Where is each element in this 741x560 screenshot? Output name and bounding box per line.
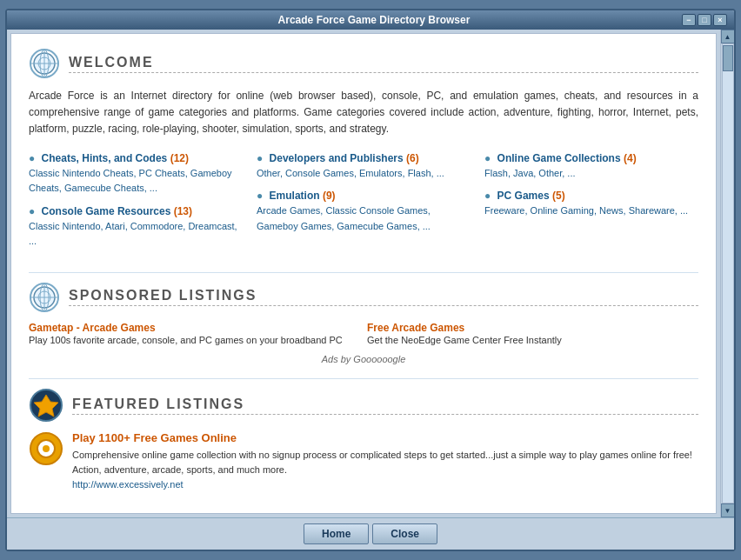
sponsored-desc-1: Play 100s favorite arcade, console, and … [29, 334, 360, 347]
console-count: (13) [174, 205, 192, 217]
scroll-up-button[interactable]: ▲ [721, 30, 735, 43]
bullet-icon: ● [29, 205, 35, 217]
minimize-button[interactable]: − [682, 14, 696, 26]
category-developers: ● Developers and Publishers (6) Other, C… [257, 152, 471, 182]
divider-1 [29, 272, 698, 273]
bullet-icon: ● [484, 152, 491, 164]
featured-listing-desc: Comprehensive online game collection wit… [72, 448, 698, 477]
sponsored-grid: Gametap - Arcade Games Play 100s favorit… [29, 322, 698, 347]
sponsored-desc-2: Get the NeoEdge Game Center Free Instant… [367, 334, 698, 347]
title-bar-buttons: − □ × [682, 14, 727, 26]
pc-games-sub: Freeware, Online Gaming, News, Shareware… [484, 203, 698, 219]
main-window: Arcade Force Game Directory Browser − □ … [5, 9, 736, 551]
bullet-icon: ● [257, 152, 263, 164]
bullet-icon: ● [29, 152, 35, 164]
home-button[interactable]: Home [304, 523, 369, 544]
category-emulation: ● Emulation (9) Arcade Games, Classic Co… [257, 190, 471, 234]
scroll-down-button[interactable]: ▼ [721, 503, 735, 517]
main-content-area: WELCOME Arcade Force is an Internet dire… [10, 33, 717, 514]
sponsored-item-2: Free Arcade Games Get the NeoEdge Game C… [367, 322, 698, 347]
emulation-link[interactable]: Emulation [270, 190, 320, 202]
scroll-thumb[interactable] [723, 45, 733, 71]
window-title: Arcade Force Game Directory Browser [278, 14, 471, 26]
scroll-track[interactable] [722, 43, 734, 503]
console-sub: Classic Nintendo, Atari, Commodore, Drea… [29, 219, 243, 250]
emulation-sub: Arcade Games, Classic Console Games, Gam… [257, 203, 471, 234]
featured-listing-url: http://www.excessively.net [72, 479, 698, 490]
bottom-bar: Home Close [7, 517, 734, 550]
ads-by-label: Ads by Goooooogle [29, 354, 698, 364]
welcome-description: Arcade Force is an Internet directory fo… [29, 88, 698, 138]
welcome-header: WELCOME [29, 48, 698, 79]
divider-2 [29, 378, 698, 379]
featured-title: FEATURED LISTINGS [72, 397, 698, 415]
console-link[interactable]: Console Game Resources [42, 205, 171, 217]
sponsored-section: SPONSORED LISTINGS Gametap - Arcade Game… [29, 282, 698, 364]
welcome-title: WELCOME [69, 55, 698, 73]
categories-grid: ● Cheats, Hints, and Codes (12) Classic … [29, 152, 698, 258]
bullet-icon: ● [484, 190, 491, 202]
category-cheats: ● Cheats, Hints, and Codes (12) Classic … [29, 152, 243, 197]
svg-point-16 [43, 445, 50, 452]
emulation-count: (9) [323, 190, 336, 202]
sponsored-icon [29, 282, 60, 313]
pc-games-link[interactable]: PC Games [497, 190, 550, 202]
close-button-bottom[interactable]: Close [372, 523, 437, 544]
category-console: ● Console Game Resources (13) Classic Ni… [29, 205, 243, 250]
category-column-1: ● Cheats, Hints, and Codes (12) Classic … [29, 152, 243, 258]
developers-sub: Other, Console Games, Emulators, Flash, … [257, 166, 471, 182]
category-column-2: ● Developers and Publishers (6) Other, C… [257, 152, 471, 258]
title-bar: Arcade Force Game Directory Browser − □ … [7, 10, 734, 30]
sponsored-link-1[interactable]: Gametap - Arcade Games [29, 322, 156, 334]
category-online: ● Online Game Collections (4) Flash, Jav… [484, 152, 698, 182]
featured-listing-link[interactable]: Play 1100+ Free Games Online [72, 431, 237, 444]
category-column-3: ● Online Game Collections (4) Flash, Jav… [484, 152, 698, 258]
online-link[interactable]: Online Game Collections [497, 152, 621, 164]
window-content: WELCOME Arcade Force is an Internet dire… [7, 30, 734, 517]
category-pc-games: ● PC Games (5) Freeware, Online Gaming, … [484, 190, 698, 219]
maximize-button[interactable]: □ [698, 14, 711, 26]
sponsored-item-1: Gametap - Arcade Games Play 100s favorit… [29, 322, 360, 347]
cheats-sub: Classic Nintendo Cheats, PC Cheats, Game… [29, 166, 243, 197]
developers-count: (6) [406, 152, 419, 164]
online-count: (4) [624, 152, 637, 164]
scrollbar: ▲ ▼ [720, 30, 734, 517]
featured-listing-item: Play 1100+ Free Games Online Comprehensi… [29, 431, 698, 490]
featured-section: FEATURED LISTINGS Play 1100+ Free Games … [29, 388, 698, 490]
welcome-icon [29, 48, 60, 79]
sponsored-link-2[interactable]: Free Arcade Games [367, 322, 464, 334]
bullet-icon: ● [257, 190, 263, 202]
sponsored-title: SPONSORED LISTINGS [69, 288, 698, 306]
featured-header: FEATURED LISTINGS [29, 388, 698, 423]
featured-listing-content: Play 1100+ Free Games Online Comprehensi… [72, 431, 698, 490]
cheats-count: (12) [170, 152, 189, 164]
sponsored-header: SPONSORED LISTINGS [29, 282, 698, 313]
online-sub: Flash, Java, Other, ... [484, 166, 698, 182]
cheats-link[interactable]: Cheats, Hints, and Codes [42, 152, 168, 164]
developers-link[interactable]: Developers and Publishers [270, 152, 404, 164]
close-button[interactable]: × [713, 14, 727, 26]
featured-listing-icon [29, 431, 63, 466]
featured-section-icon [29, 388, 63, 423]
pc-games-count: (5) [552, 190, 565, 202]
